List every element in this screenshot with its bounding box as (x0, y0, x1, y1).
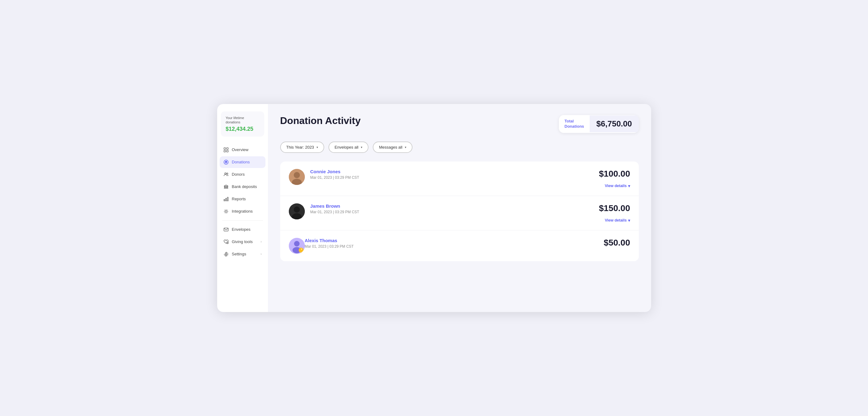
sidebar-item-donations[interactable]: Donations (220, 156, 266, 168)
svg-rect-15 (224, 228, 228, 231)
svg-point-6 (227, 173, 228, 174)
sidebar-item-bank-deposits[interactable]: Bank deposits (220, 181, 266, 192)
svg-rect-1 (226, 148, 228, 150)
avatar-connie (289, 169, 305, 185)
donation-right-connie: $100.00 View details ▾ (599, 169, 630, 188)
chevron-right-icon-2: › (260, 252, 261, 256)
nav-items-2: Envelopes Giving tools › (217, 224, 268, 260)
sidebar-item-overview[interactable]: Overview (220, 144, 266, 156)
svg-rect-11 (224, 199, 225, 201)
total-donations-amount: $6,750.00 (590, 115, 639, 132)
chevron-right-icon: › (260, 240, 261, 243)
donation-date-james: Mar 01, 2023 | 03:29 PM CST (310, 210, 599, 214)
lifetime-amount: $12,434.25 (226, 126, 259, 132)
sidebar-item-donors[interactable]: Donors (220, 169, 266, 180)
bank-icon (223, 184, 229, 189)
integrations-icon (223, 209, 229, 214)
svg-rect-2 (224, 150, 226, 152)
donation-item-alexis: Alexis Thomas Mar 01, 2023 | 03:29 PM CS… (280, 231, 639, 261)
donation-item-connie: Connie Jones Mar 01, 2023 | 03:29 PM CST… (280, 161, 639, 196)
donation-right-alexis: $50.00 (604, 238, 630, 248)
sidebar-item-settings[interactable]: Settings › (220, 248, 266, 260)
donor-info-alexis: Alexis Thomas Mar 01, 2023 | 03:29 PM CS… (305, 238, 604, 248)
heart-icon (223, 159, 229, 165)
avatar-alexis (289, 238, 305, 254)
chevron-down-icon-messages: ▾ (405, 146, 406, 149)
filter-messages[interactable]: Messages all ▾ (373, 142, 412, 153)
svg-point-5 (224, 173, 226, 174)
sidebar-item-integrations[interactable]: Integrations (220, 206, 266, 217)
sidebar-item-donors-label: Donors (232, 172, 245, 177)
sidebar-item-envelopes[interactable]: Envelopes (220, 224, 266, 235)
svg-point-27 (299, 248, 304, 252)
filter-year[interactable]: This Year: 2023 ▾ (280, 142, 324, 153)
sidebar-item-giving-tools[interactable]: Giving tools › (220, 236, 266, 248)
sidebar-item-integrations-label: Integrations (232, 209, 253, 213)
users-icon (223, 172, 229, 177)
chevron-down-icon-year: ▾ (316, 146, 318, 149)
view-details-connie[interactable]: View details ▾ (605, 184, 630, 188)
donor-name-james[interactable]: James Brown (310, 203, 599, 209)
total-donations-label: TotalDonations (559, 115, 590, 133)
grid-icon (223, 147, 229, 153)
svg-point-22 (294, 206, 300, 213)
donation-date-connie: Mar 01, 2023 | 03:29 PM CST (310, 175, 599, 180)
total-donations-badge: TotalDonations $6,750.00 (559, 115, 639, 133)
svg-rect-7 (224, 186, 225, 188)
svg-rect-8 (226, 186, 226, 188)
chevron-down-icon-envelopes: ▾ (361, 146, 362, 149)
nav-items: Overview Donations (217, 144, 268, 217)
svg-rect-3 (226, 150, 228, 152)
lifetime-card: Your lifetime donations $12,434.25 (221, 111, 264, 137)
filter-envelopes[interactable]: Envelopes all ▾ (329, 142, 369, 153)
chevron-down-icon-details-james: ▾ (628, 218, 630, 223)
chart-icon (223, 196, 229, 202)
sidebar-item-settings-label: Settings (232, 252, 246, 256)
donation-right-james: $150.00 View details ▾ (599, 203, 630, 223)
donation-amount-james: $150.00 (599, 203, 630, 213)
sidebar-item-donations-label: Donations (232, 160, 250, 164)
svg-rect-13 (227, 197, 228, 201)
filter-bar: This Year: 2023 ▾ Envelopes all ▾ Messag… (280, 142, 639, 153)
avatar-james (289, 203, 305, 219)
svg-rect-0 (224, 148, 226, 150)
donor-name-connie[interactable]: Connie Jones (310, 169, 599, 174)
sidebar-item-reports[interactable]: Reports (220, 193, 266, 205)
page-header: Donation Activity TotalDonations $6,750.… (280, 115, 639, 133)
sidebar: Your lifetime donations $12,434.25 Overv… (217, 104, 268, 312)
main-content: Donation Activity TotalDonations $6,750.… (268, 104, 651, 312)
donation-date-alexis: Mar 01, 2023 | 03:29 PM CST (305, 244, 604, 248)
donor-info-connie: Connie Jones Mar 01, 2023 | 03:29 PM CST (310, 169, 599, 180)
donor-name-alexis[interactable]: Alexis Thomas (305, 238, 604, 243)
donation-item-james: James Brown Mar 01, 2023 | 03:29 PM CST … (280, 196, 639, 231)
svg-point-19 (294, 172, 300, 178)
chevron-down-icon-details-connie: ▾ (628, 184, 630, 188)
sidebar-item-envelopes-label: Envelopes (232, 227, 251, 232)
donation-amount-connie: $100.00 (599, 169, 630, 179)
donation-list: Connie Jones Mar 01, 2023 | 03:29 PM CST… (280, 161, 639, 261)
lifetime-label: Your lifetime donations (226, 116, 259, 125)
donor-info-james: James Brown Mar 01, 2023 | 03:29 PM CST (310, 203, 599, 214)
giving-icon (223, 239, 229, 245)
page-title: Donation Activity (280, 115, 361, 126)
sidebar-item-overview-label: Overview (232, 147, 249, 152)
svg-rect-9 (227, 186, 227, 188)
envelope-icon (223, 227, 229, 232)
sidebar-item-bank-deposits-label: Bank deposits (232, 184, 257, 189)
view-details-james[interactable]: View details ▾ (605, 218, 630, 223)
settings-icon (223, 251, 229, 257)
donation-amount-alexis: $50.00 (604, 238, 630, 248)
svg-point-17 (225, 253, 227, 255)
svg-point-25 (294, 241, 300, 246)
sidebar-item-reports-label: Reports (232, 197, 246, 201)
svg-point-14 (225, 210, 227, 212)
sidebar-item-giving-tools-label: Giving tools (232, 239, 253, 244)
svg-rect-12 (225, 198, 226, 201)
